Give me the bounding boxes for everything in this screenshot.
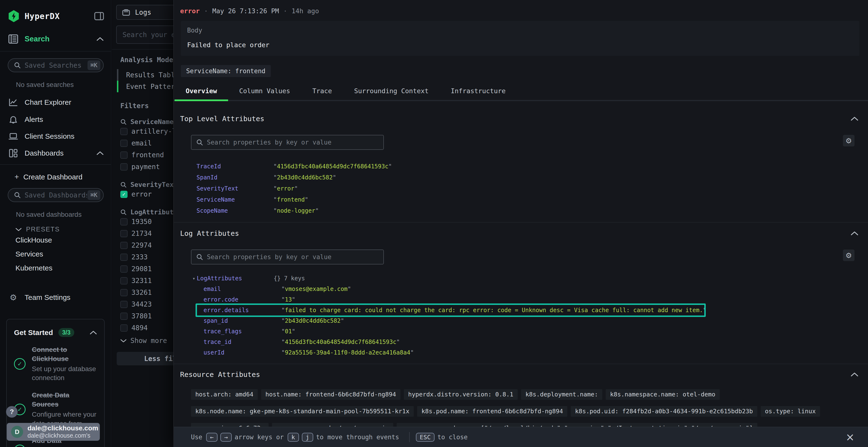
filter-option-checked[interactable]: ✓error [112,188,173,200]
checkbox[interactable] [120,151,128,159]
property-search-input[interactable] [207,138,378,146]
attribute-row[interactable]: SpanId 2b43d0c4dd6bc582 [196,172,868,183]
checkbox[interactable] [120,289,128,296]
service-name-tag[interactable]: ServiceName: frontend [181,65,271,77]
mode-results-table[interactable]: Results Table [117,69,173,81]
checkbox[interactable] [120,253,128,261]
property-search-box[interactable] [191,135,384,150]
resource-tag[interactable]: host.arch: amd64 [191,389,258,400]
tree-root-row[interactable]: ▾ LogAttributes {}7 keys [192,273,868,284]
resource-tag[interactable]: hyperdx.distro.version: 0.8.1 [404,389,518,400]
tab-overview[interactable]: Overview [175,87,228,100]
attribute-row[interactable]: userId 92a55156-39a4-11f0-8ddd-a2eca416a… [204,347,868,358]
resource-tag[interactable]: process.command_args: ["/usr/local/bin/n… [397,423,757,427]
checkbox[interactable] [120,324,128,332]
saved-dashboards-field[interactable] [24,191,88,199]
preset-services[interactable]: Services [0,247,111,261]
resource-tag[interactable]: k8s.pod.uid: f284fb2d-a0b3-4634-991b-e2c… [571,406,757,417]
sidebar-item-dashboards[interactable]: Dashboards [0,144,111,162]
help-button[interactable]: ? [6,406,18,418]
resource-tag[interactable]: os.type: linux [761,406,820,417]
sidebar-item-alerts[interactable]: Alerts [0,111,111,128]
saved-searches-input[interactable]: ⌘K [8,58,104,72]
close-icon[interactable]: × [845,432,855,442]
resource-tag[interactable]: k8s.deployment.name: [521,389,602,400]
checkbox[interactable] [120,265,128,273]
tab-infrastructure[interactable]: Infrastructure [440,87,517,100]
attribute-row[interactable]: ServiceName frontend [196,194,868,205]
filter-option[interactable]: frontend [112,149,173,161]
user-menu[interactable]: D dale@clickhouse.com dale@clickhouse.co… [7,423,100,441]
attribute-row[interactable]: ScopeName node-logger [196,205,868,216]
collapse-sidebar-icon[interactable] [94,11,104,21]
filter-option[interactable]: payment [112,161,173,173]
sidebar-item-search[interactable]: Search [0,22,111,51]
tab-surrounding-context[interactable]: Surrounding Context [343,87,440,100]
chevron-up-icon[interactable] [90,330,97,335]
event-search-box[interactable] [116,26,173,44]
mode-event-patterns[interactable]: Event Patterns [117,81,173,92]
attribute-row[interactable]: trace_flags 01 [204,326,868,337]
checkbox[interactable] [120,218,128,226]
checkbox[interactable] [120,242,128,249]
show-more-button[interactable]: Show more [112,334,173,345]
get-started-step-connect[interactable]: ✓ Connect to ClickHouse Set up your data… [14,345,97,382]
filter-option[interactable]: email [112,137,173,149]
filter-option[interactable]: 22974 [112,239,173,251]
checkbox[interactable] [120,277,128,284]
chevron-up-icon[interactable] [96,37,104,41]
less-filters-button[interactable]: Less filters [117,352,173,365]
checkbox[interactable] [120,313,128,320]
chevron-up-icon[interactable] [850,116,858,122]
attribute-row[interactable]: span_id 2b43d0c4dd6bc582 [204,315,868,326]
chevron-up-icon[interactable] [96,151,104,156]
chevron-up-icon[interactable] [850,231,858,236]
checkbox[interactable] [120,301,128,308]
filter-option[interactable]: 21734 [112,228,173,239]
checkbox[interactable] [120,163,128,171]
attribute-row[interactable]: error.code 13 [204,294,868,305]
source-select[interactable]: Logs [116,5,173,20]
filter-option[interactable]: 32311 [112,275,173,286]
filter-option[interactable]: 34423 [112,299,173,310]
attribute-row[interactable]: email vmoses@example.com [204,284,868,294]
saved-searches-field[interactable] [24,61,88,70]
filter-option[interactable]: 4894 [112,322,173,334]
tab-trace[interactable]: Trace [301,87,343,100]
resource-tag[interactable]: os.version: 6.6.72+ [191,423,269,427]
create-dashboard-button[interactable]: +Create Dashboard [0,165,111,181]
attribute-row[interactable]: TraceId 4156d3fbc40a64854d9dc7f68641593c [196,161,868,172]
settings-gear-button[interactable]: ⚙ [843,249,855,261]
checkbox-checked[interactable]: ✓ [120,191,128,198]
event-search-input[interactable] [122,31,173,39]
resource-tag[interactable]: process.command: /app/server.js [272,423,393,427]
resource-tag[interactable]: k8s.pod.name: frontend-6b6c8d7bfd-ng894 [417,406,567,417]
preset-clickhouse[interactable]: ClickHouse [0,233,111,247]
filter-option[interactable]: 37801 [112,310,173,322]
attribute-row[interactable]: trace_id 4156d3fbc40a64854d9dc7f68641593… [204,337,868,347]
property-search-input[interactable] [207,253,378,261]
filter-option[interactable]: 2333 [112,251,173,263]
attribute-row-highlighted[interactable]: error.details failed to charge card: cou… [204,305,868,315]
chevron-up-icon[interactable] [850,372,858,377]
filter-option[interactable]: 19350 [112,216,173,228]
sidebar-item-team-settings[interactable]: ⚙ Team Settings [0,288,111,306]
filter-option[interactable]: 33261 [112,286,173,299]
caret-down-icon[interactable]: ▾ [192,276,195,281]
sidebar-item-client-sessions[interactable]: Client Sessions [0,128,111,144]
checkbox[interactable] [120,140,128,147]
preset-kubernetes[interactable]: Kubernetes [0,261,111,275]
checkbox[interactable] [120,128,128,135]
sidebar-item-chart-explorer[interactable]: Chart Explorer [0,94,111,111]
saved-dashboards-input[interactable]: ⌘K [8,188,104,202]
attribute-row[interactable]: SeverityText error [196,183,868,194]
get-started-step-sources[interactable]: ✓ Create Data Sources Configure where yo… [14,391,97,428]
filter-option[interactable]: 29081 [112,263,173,275]
property-search-box[interactable] [191,249,384,265]
resource-tag[interactable]: host.name: frontend-6b6c8d7bfd-ng894 [261,389,401,400]
filter-option[interactable]: artillery-loadgen [112,126,173,137]
resource-tag[interactable]: k8s.namespace.name: otel-demo [606,389,720,400]
checkbox[interactable] [120,230,128,237]
presets-toggle[interactable]: PRESETS [0,218,111,233]
tab-column-values[interactable]: Column Values [228,87,301,100]
